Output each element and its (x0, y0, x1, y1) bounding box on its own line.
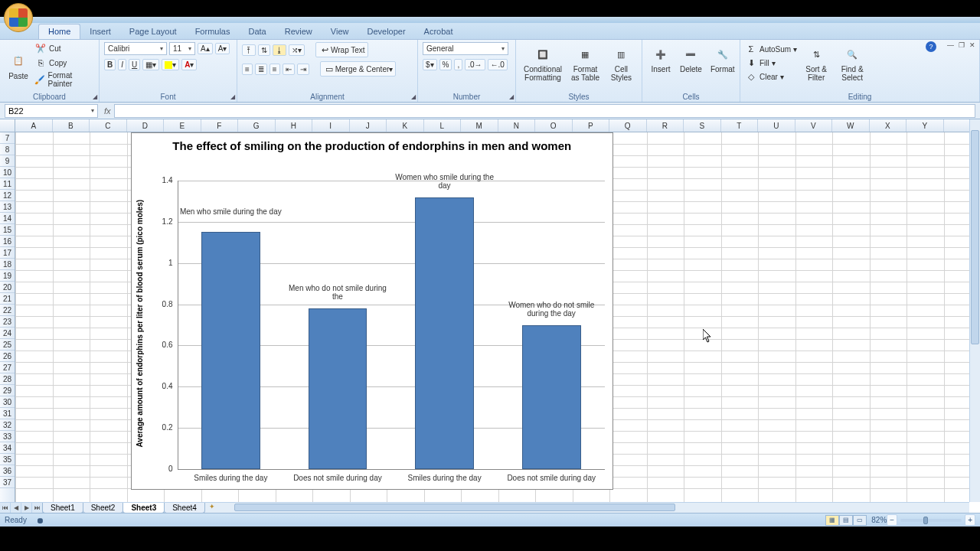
format-as-table-button[interactable]: ▦Format as Table (567, 42, 603, 83)
ribbon-tab-home[interactable]: Home (38, 24, 80, 39)
ribbon-tab-review[interactable]: Review (276, 24, 322, 39)
decrease-decimal-button[interactable]: ←.0 (488, 59, 508, 70)
column-header[interactable]: J (350, 119, 387, 132)
column-header[interactable]: V (795, 119, 833, 132)
column-header[interactable]: L (424, 119, 462, 132)
select-all-button[interactable] (0, 119, 15, 132)
row-header[interactable]: 31 (0, 408, 15, 419)
column-header[interactable]: M (461, 119, 498, 132)
increase-decimal-button[interactable]: .0→ (465, 59, 485, 70)
sheet-first-button[interactable]: ⏮ (0, 503, 11, 514)
row-header[interactable]: 35 (0, 454, 15, 465)
align-top-button[interactable]: ⭱ (242, 44, 256, 56)
column-header[interactable]: Y (906, 119, 944, 132)
column-header[interactable]: U (758, 119, 795, 132)
row-header[interactable]: 9 (0, 155, 15, 167)
row-header[interactable]: 15 (0, 224, 15, 236)
column-header[interactable]: F (201, 119, 239, 132)
column-header[interactable]: P (573, 119, 610, 132)
column-headers[interactable]: ABCDEFGHIJKLMNOPQRSTUVWXY (15, 119, 969, 132)
sheet-last-button[interactable]: ⏭ (32, 503, 43, 514)
column-header[interactable]: K (387, 119, 424, 132)
row-header[interactable]: 27 (0, 362, 15, 373)
sheet-tab[interactable]: Sheet3 (122, 503, 165, 514)
copy-button[interactable]: ⎘Copy (34, 57, 94, 69)
format-button[interactable]: 🔧Format (707, 42, 738, 75)
row-header[interactable]: 19 (0, 270, 15, 282)
align-left-button[interactable]: ≡ (242, 64, 253, 75)
sheet-tab[interactable]: Sheet1 (42, 503, 83, 514)
clear-button[interactable]: ◇Clear▾ (745, 70, 797, 83)
fill-button[interactable]: ⬇Fill▾ (745, 57, 797, 69)
ribbon-tab-view[interactable]: View (322, 24, 358, 39)
chart-title[interactable]: The effect of smiling on the production … (132, 133, 613, 155)
row-header[interactable]: 16 (0, 236, 15, 247)
vertical-scrollbar[interactable] (969, 119, 980, 502)
increase-indent-button[interactable]: ⇥ (297, 64, 309, 75)
column-header[interactable]: Q (609, 119, 647, 132)
percent-button[interactable]: % (439, 59, 452, 70)
column-header[interactable]: D (127, 119, 165, 132)
autosum-button[interactable]: ΣAutoSum▾ (745, 43, 797, 55)
worksheet-grid[interactable]: ABCDEFGHIJKLMNOPQRSTUVWXY 78910111213141… (0, 119, 980, 513)
align-middle-button[interactable]: ⇅ (258, 44, 270, 56)
sheet-tab[interactable]: Sheet4 (164, 503, 205, 514)
row-header[interactable]: 10 (0, 167, 15, 178)
wrap-text-button[interactable]: ↩Wrap Text (315, 42, 368, 57)
column-header[interactable]: A (15, 119, 53, 132)
row-header[interactable]: 11 (0, 178, 15, 190)
row-header[interactable]: 23 (0, 316, 15, 328)
underline-button[interactable]: U (129, 59, 140, 70)
y-axis-label[interactable]: Average amount of endorphins per liter o… (135, 202, 143, 447)
row-header[interactable]: 29 (0, 385, 15, 396)
column-header[interactable]: T (721, 119, 759, 132)
row-header[interactable]: 25 (0, 339, 15, 350)
zoom-in-button[interactable]: + (965, 514, 975, 526)
ribbon-tab-data[interactable]: Data (239, 24, 275, 39)
column-header[interactable]: X (870, 119, 907, 132)
zoom-level[interactable]: 82% (871, 516, 887, 524)
chart-data-label[interactable]: Women who smile during the day (391, 173, 498, 190)
row-header[interactable]: 17 (0, 247, 15, 259)
column-header[interactable]: I (312, 119, 350, 132)
alignment-launcher[interactable]: ◢ (411, 93, 416, 100)
column-header[interactable]: S (684, 119, 721, 132)
ribbon-tab-page-layout[interactable]: Page Layout (120, 24, 186, 39)
help-icon[interactable]: ? (926, 41, 936, 52)
restore-button[interactable]: ❐ (959, 41, 965, 52)
paste-button[interactable]: 📋 Paste (5, 49, 32, 82)
number-launcher[interactable]: ◢ (509, 93, 514, 100)
delete-button[interactable]: ➖Delete (677, 42, 705, 75)
embedded-chart[interactable]: The effect of smiling on the production … (131, 132, 614, 490)
find-select-button[interactable]: 🔍Find & Select (835, 42, 869, 83)
row-header[interactable]: 21 (0, 293, 15, 305)
chart-bar[interactable] (201, 232, 260, 469)
increase-font-button[interactable]: A▴ (198, 43, 213, 54)
plot-area[interactable]: 00.20.40.60.811.21.4Smiles during the da… (178, 181, 606, 469)
column-header[interactable]: B (53, 119, 90, 132)
cut-button[interactable]: ✂️Cut (34, 42, 94, 54)
row-header[interactable]: 7 (0, 132, 15, 144)
horizontal-scrollbar[interactable] (234, 503, 969, 514)
chart-data-label[interactable]: Men who smile during the day (178, 207, 285, 216)
column-header[interactable]: N (498, 119, 536, 132)
sheet-prev-button[interactable]: ◀ (11, 503, 21, 514)
ribbon-tab-insert[interactable]: Insert (80, 24, 120, 39)
chart-bar[interactable] (309, 308, 368, 469)
chart-bar[interactable] (415, 197, 474, 469)
chart-data-label[interactable]: Women who do not smile during the day (498, 301, 605, 318)
align-center-button[interactable]: ≣ (255, 64, 267, 75)
row-header[interactable]: 24 (0, 328, 15, 339)
column-header[interactable]: H (276, 119, 313, 132)
row-header[interactable]: 32 (0, 419, 15, 431)
row-header[interactable]: 34 (0, 442, 15, 454)
comma-button[interactable]: , (454, 59, 462, 70)
row-header[interactable]: 13 (0, 201, 15, 213)
bold-button[interactable]: B (104, 59, 116, 70)
row-header[interactable]: 36 (0, 465, 15, 477)
align-right-button[interactable]: ≡ (270, 64, 280, 75)
sort-filter-button[interactable]: ⇅Sort & Filter (799, 42, 833, 83)
name-box[interactable]: B22▾ (5, 104, 98, 118)
row-header[interactable]: 18 (0, 259, 15, 270)
zoom-out-button[interactable]: − (887, 514, 897, 526)
